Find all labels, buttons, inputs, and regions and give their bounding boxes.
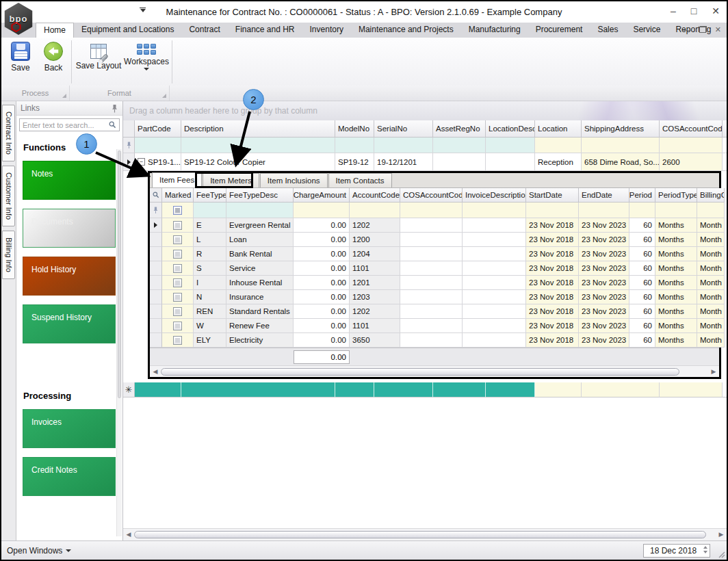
ribbon-tab-procurement[interactable]: Procurement — [528, 23, 590, 38]
detail-cell-marked[interactable] — [162, 261, 194, 276]
column-header-shippingaddress[interactable]: ShippingAddress — [582, 120, 660, 138]
detail-filter-cell-cosaccountcode[interactable] — [400, 203, 463, 218]
marked-checkbox[interactable] — [173, 235, 182, 244]
detail-cell-startdate[interactable]: 23 Nov 2018 — [526, 304, 579, 319]
detail-column-header-periodtype[interactable]: PeriodType — [655, 188, 697, 203]
open-windows-button[interactable]: Open Windows — [7, 546, 71, 556]
maximize-icon[interactable]: □ — [691, 5, 697, 17]
group-by-bar[interactable]: Drag a column header here to group by th… — [123, 101, 727, 120]
detail-cell-period[interactable]: 60 — [629, 319, 655, 333]
grid-cell-modelno[interactable]: SP19-12 — [335, 153, 374, 171]
detail-cell-startdate[interactable]: 23 Nov 2018 — [526, 218, 579, 233]
scroll-right-icon[interactable]: ▶ — [716, 530, 727, 540]
detail-cell-period[interactable]: 60 — [629, 233, 655, 247]
detail-cell-feetype[interactable]: E — [194, 218, 226, 233]
detail-tab-item-inclusions[interactable]: Item Inclusions — [260, 173, 328, 187]
detail-filter-cell-startdate[interactable] — [526, 203, 579, 218]
detail-column-header-period[interactable]: Period — [629, 188, 655, 203]
detail-row-e[interactable]: EEvergreen Rental0.00120223 Nov 201823 N… — [150, 218, 719, 233]
detail-cell-accountcode[interactable]: 1101 — [350, 319, 400, 333]
filter-cell-location[interactable] — [535, 138, 582, 153]
ribbon-options-icon[interactable] — [140, 8, 146, 12]
marked-checkbox[interactable] — [173, 221, 182, 230]
detail-tab-item-meters[interactable]: Item Meters — [203, 173, 259, 187]
detail-cell-feetypedesc[interactable]: Loan — [226, 233, 294, 247]
detail-tab-item-fees[interactable]: Item Fees — [152, 172, 202, 187]
filter-cell-serialno[interactable] — [374, 138, 433, 153]
detail-cell-accountcode[interactable]: 1204 — [350, 247, 400, 261]
detail-cell-feetype[interactable]: L — [194, 233, 226, 247]
scroll-left-icon[interactable]: ◀ — [123, 530, 134, 540]
ribbon-tab-finance-and-hr[interactable]: Finance and HR — [228, 23, 302, 38]
detail-cell-marked[interactable] — [162, 304, 194, 319]
detail-cell-invoicedescription[interactable] — [463, 261, 526, 276]
detail-row-n[interactable]: NInsurance0.00120323 Nov 201823 Nov 2023… — [150, 290, 719, 304]
grid-cell-partcode[interactable]: −SP19-1... — [135, 153, 181, 171]
detail-cell-feetype[interactable]: W — [194, 319, 226, 333]
detail-cell-accountcode[interactable]: 3650 — [350, 333, 400, 348]
new-row[interactable]: ✳ — [123, 382, 727, 397]
detail-cell-accountcode[interactable]: 1203 — [350, 290, 400, 304]
ribbon-restore-icon[interactable] — [699, 26, 707, 33]
detail-cell-feetype[interactable]: REN — [194, 304, 226, 319]
ribbon-tab-contract[interactable]: Contract — [181, 23, 227, 38]
detail-cell-accountcode[interactable]: 1101 — [350, 261, 400, 276]
side-tab-contract-info[interactable]: Contract Info — [2, 105, 15, 161]
save-layout-button[interactable]: Save Layout — [75, 40, 122, 86]
pin-icon[interactable] — [111, 104, 118, 113]
detail-cell-period[interactable]: 60 — [629, 333, 655, 348]
detail-filter-cell-billingc[interactable] — [697, 203, 725, 218]
marked-checkbox[interactable] — [173, 307, 182, 316]
function-button-suspend-history[interactable]: Suspend History — [23, 304, 116, 343]
search-input[interactable]: Enter text to search... — [19, 118, 120, 131]
new-row-cell-assetregno[interactable] — [433, 382, 486, 397]
detail-cell-startdate[interactable]: 23 Nov 2018 — [526, 233, 579, 247]
new-row-cell-partcode[interactable] — [135, 382, 181, 397]
detail-cell-period[interactable]: 60 — [629, 247, 655, 261]
detail-cell-periodtype[interactable]: Months — [655, 276, 697, 290]
detail-column-header-feetypedesc[interactable]: FeeTypeDesc — [226, 188, 294, 203]
detail-cell-feetypedesc[interactable]: Inhouse Rental — [226, 276, 294, 290]
grid-cell-locationdesc[interactable] — [486, 153, 535, 171]
detail-cell-chargeamount[interactable]: 0.00 — [294, 233, 350, 247]
detail-cell-billingc[interactable]: Month — [697, 261, 725, 276]
ribbon-tab-maintenance-and-projects[interactable]: Maintenance and Projects — [351, 23, 461, 38]
ribbon-tab-manufacturing[interactable]: Manufacturing — [461, 23, 528, 38]
new-row-cell-cosaccountcode[interactable] — [660, 382, 723, 397]
detail-cell-invoicedescription[interactable] — [463, 276, 526, 290]
detail-column-header-feetype[interactable]: FeeType — [194, 188, 226, 203]
detail-row-l[interactable]: LLoan0.00120023 Nov 201823 Nov 202360Mon… — [150, 233, 719, 247]
detail-column-header-startdate[interactable]: StartDate — [526, 188, 579, 203]
detail-cell-feetypedesc[interactable]: Standard Rentals — [226, 304, 294, 319]
detail-cell-billingc[interactable]: Month — [697, 333, 725, 348]
detail-cell-feetype[interactable]: I — [194, 276, 226, 290]
scroll-left-icon[interactable]: ◀ — [150, 367, 161, 377]
detail-cell-billingc[interactable]: Month — [697, 247, 725, 261]
workspaces-dropdown-icon[interactable] — [144, 68, 149, 70]
column-header-locationdesc[interactable]: LocationDesc — [486, 120, 535, 138]
detail-cell-chargeamount[interactable]: 0.00 — [294, 261, 350, 276]
grid-cell-serialno[interactable]: 19-12/1201 — [374, 153, 433, 171]
detail-cell-invoicedescription[interactable] — [463, 233, 526, 247]
detail-cell-marked[interactable] — [162, 333, 194, 348]
scrollbar-thumb[interactable] — [161, 368, 679, 376]
detail-cell-accountcode[interactable]: 1200 — [350, 233, 400, 247]
ribbon-tab-home[interactable]: Home — [36, 23, 74, 38]
detail-column-header-billingc[interactable]: BillingC — [697, 188, 725, 203]
detail-cell-enddate[interactable]: 23 Nov 2023 — [579, 233, 629, 247]
new-row-cell-modelno[interactable] — [335, 382, 374, 397]
detail-filter-cell-period[interactable] — [629, 203, 655, 218]
detail-cell-cosaccountcode[interactable] — [400, 276, 463, 290]
side-tab-customer-info[interactable]: Customer Info — [2, 166, 15, 226]
detail-cell-period[interactable]: 60 — [629, 304, 655, 319]
detail-cell-feetypedesc[interactable]: Insurance — [226, 290, 294, 304]
detail-filter-cell-accountcode[interactable] — [350, 203, 400, 218]
detail-cell-period[interactable]: 60 — [629, 290, 655, 304]
detail-cell-accountcode[interactable]: 1201 — [350, 276, 400, 290]
marked-checkbox[interactable] — [173, 264, 182, 273]
main-grid-data-row[interactable]: −SP19-1...SP19-12 Colour CopierSP19-1219… — [123, 153, 727, 171]
detail-cell-enddate[interactable]: 23 Nov 2023 — [579, 247, 629, 261]
column-header-description[interactable]: Description — [181, 120, 335, 138]
column-header-assetregno[interactable]: AssetRegNo — [433, 120, 486, 138]
detail-tab-item-contacts[interactable]: Item Contacts — [328, 173, 392, 187]
